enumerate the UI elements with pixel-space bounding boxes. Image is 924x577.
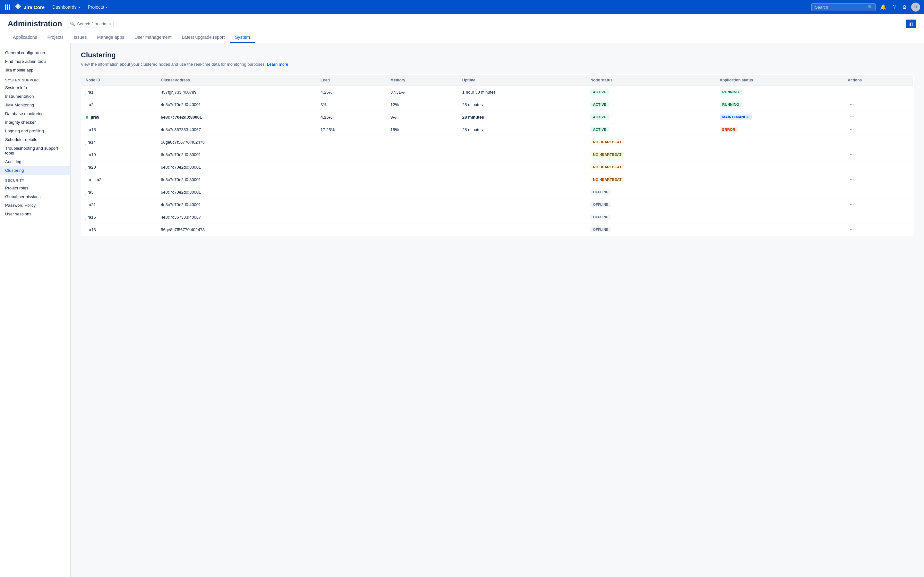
- node-id-text: jira14: [86, 140, 96, 145]
- cell-node-id: jira16: [81, 211, 157, 223]
- sidebar-item-jmx-monitoring[interactable]: JMX Monitoring: [0, 101, 70, 109]
- cell-app-status: MAINTENANCE: [715, 111, 843, 123]
- grid-icon: [5, 5, 10, 10]
- sidebar-item-general-config[interactable]: General configuration: [0, 48, 70, 57]
- topnav: Jira Core Dashboards ▾ Projects ▾ 🔍 🔔 ? …: [0, 0, 924, 14]
- node-status-badge: NO HEARTBEAT: [590, 164, 624, 169]
- sidebar-item-jira-mobile[interactable]: Jira mobile app: [0, 66, 70, 74]
- actions-menu-button[interactable]: ···: [848, 113, 856, 120]
- app-status-badge: ERROR: [720, 127, 738, 132]
- sidebar-item-project-roles[interactable]: Project roles: [0, 184, 70, 192]
- sidebar-item-global-permissions[interactable]: Global permissions: [0, 192, 70, 201]
- sidebar-item-integrity-checker[interactable]: Integrity checker: [0, 118, 70, 127]
- cell-memory: 8%: [386, 111, 458, 123]
- sidebar-item-scheduler-details[interactable]: Scheduler details: [0, 135, 70, 144]
- actions-menu-button[interactable]: ···: [848, 139, 856, 145]
- sidebar-item-system-info[interactable]: System info: [0, 83, 70, 92]
- tab-issues[interactable]: Issues: [69, 32, 92, 43]
- table-row: jira_jira26e8c7c70e2d0:80001NO HEARTBEAT…: [81, 173, 914, 186]
- actions-menu-button[interactable]: ···: [848, 126, 856, 133]
- current-node-dot: [86, 116, 88, 119]
- tab-latest-upgrade[interactable]: Latest upgrade report: [177, 32, 230, 43]
- cell-node-id: jira_jira2: [81, 173, 157, 186]
- cell-actions: ···: [843, 173, 913, 186]
- sidebar-item-clustering[interactable]: Clustering: [0, 166, 70, 175]
- page-description: View the information about your clustere…: [81, 62, 914, 67]
- actions-menu-button[interactable]: ···: [848, 163, 856, 170]
- cell-cluster-address: 6e8c7c70e2d0:80001: [156, 186, 316, 198]
- search-input[interactable]: [811, 3, 876, 11]
- system-support-label: SYSTEM SUPPORT: [0, 74, 70, 83]
- col-header-node-status: Node status: [586, 75, 715, 86]
- jira-logo[interactable]: Jira Core: [14, 3, 45, 11]
- dashboards-menu[interactable]: Dashboards ▾: [50, 3, 83, 11]
- cell-node-status: ACTIVE: [586, 111, 715, 123]
- tab-user-management[interactable]: User management: [129, 32, 176, 43]
- admin-header-right: ◧: [906, 19, 916, 28]
- settings-icon[interactable]: ⚙: [900, 3, 909, 11]
- tab-projects[interactable]: Projects: [42, 32, 69, 43]
- cell-cluster-address: 6e8c7c70e2d0:80001: [156, 161, 316, 173]
- cell-load: 17.25%: [316, 123, 386, 136]
- sidebar-item-database-monitoring[interactable]: Database monitoring: [0, 109, 70, 118]
- sidebar-item-troubleshooting[interactable]: Troubleshooting and support tools: [0, 144, 70, 157]
- actions-menu-button[interactable]: ···: [848, 201, 856, 208]
- cluster-table: Node IDCluster addressLoadMemoryUptimeNo…: [81, 74, 914, 236]
- notifications-icon[interactable]: 🔔: [878, 3, 888, 11]
- actions-menu-button[interactable]: ···: [848, 151, 856, 158]
- sidebar-item-audit-log[interactable]: Audit log: [0, 157, 70, 166]
- avatar[interactable]: U: [911, 3, 920, 11]
- cell-app-status: RUNNING: [715, 98, 843, 111]
- sidebar-item-find-admin-tools[interactable]: Find more admin tools: [0, 57, 70, 66]
- cell-node-status: OFFLINE: [586, 211, 715, 223]
- cell-memory: [386, 173, 458, 186]
- sidebar: General configurationFind more admin too…: [0, 43, 71, 577]
- app-switcher[interactable]: [4, 3, 11, 11]
- node-status-badge: OFFLINE: [590, 202, 611, 207]
- actions-menu-button[interactable]: ···: [848, 213, 856, 220]
- cell-node-status: NO HEARTBEAT: [586, 148, 715, 161]
- actions-menu-button[interactable]: ···: [848, 101, 856, 108]
- cell-node-status: ACTIVE: [586, 86, 715, 98]
- cell-actions: ···: [843, 111, 913, 123]
- sidebar-item-password-policy[interactable]: Password Policy: [0, 201, 70, 210]
- tab-manage-apps[interactable]: Manage apps: [92, 32, 129, 43]
- main-layout: General configurationFind more admin too…: [0, 43, 924, 577]
- node-status-badge: NO HEARTBEAT: [590, 152, 624, 157]
- cell-cluster-address: 6e8c7c70e2d0:80001: [156, 173, 316, 186]
- cell-app-status: [715, 198, 843, 211]
- sidebar-item-user-sessions[interactable]: User sessions: [0, 210, 70, 218]
- cell-load: [316, 223, 386, 236]
- main-content: Clustering View the information about yo…: [71, 43, 924, 577]
- sidebar-item-instrumentation[interactable]: Instrumentation: [0, 92, 70, 101]
- table-header: Node IDCluster addressLoadMemoryUptimeNo…: [81, 75, 914, 86]
- col-header-app-status: Application status: [715, 75, 843, 86]
- cell-node-id: jira20: [81, 161, 157, 173]
- help-icon[interactable]: ?: [891, 3, 898, 11]
- sidebar-item-logging-profiling[interactable]: Logging and profiling: [0, 127, 70, 135]
- cell-memory: [386, 198, 458, 211]
- cell-actions: ···: [843, 148, 913, 161]
- actions-menu-button[interactable]: ···: [848, 89, 856, 95]
- admin-tabs: ApplicationsProjectsIssuesManage appsUse…: [8, 32, 916, 43]
- page-title: Administration: [8, 19, 62, 28]
- tab-system[interactable]: System: [230, 32, 255, 43]
- node-status-badge: OFFLINE: [590, 214, 611, 219]
- cell-actions: ···: [843, 123, 913, 136]
- admin-search-label: Search Jira admin: [77, 21, 111, 26]
- actions-menu-button[interactable]: ···: [848, 226, 856, 233]
- cell-uptime: 28 minutes: [458, 98, 586, 111]
- cell-app-status: [715, 211, 843, 223]
- admin-search-button[interactable]: 🔍 Search Jira admin: [67, 20, 113, 28]
- actions-menu-button[interactable]: ···: [848, 189, 856, 195]
- actions-menu-button[interactable]: ···: [848, 176, 856, 183]
- feedback-button[interactable]: ◧: [906, 19, 916, 28]
- cell-node-id: jira3: [81, 186, 157, 198]
- col-header-cluster-address: Cluster address: [156, 75, 316, 86]
- learn-more-link[interactable]: Learn more: [267, 62, 288, 67]
- cell-memory: [386, 211, 458, 223]
- cell-uptime: [458, 211, 586, 223]
- tab-applications[interactable]: Applications: [8, 32, 42, 43]
- projects-menu[interactable]: Projects ▾: [86, 3, 110, 11]
- table-body: jira1457fghj733:4007894.25%37.31%1 hour …: [81, 86, 914, 236]
